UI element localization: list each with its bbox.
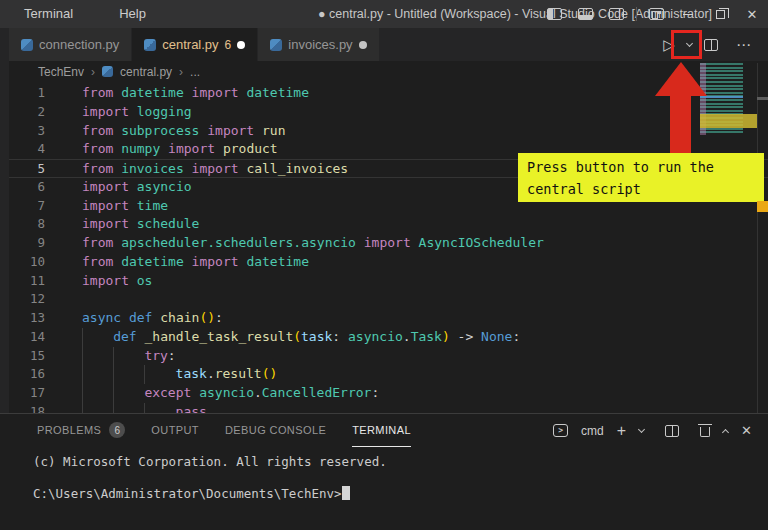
split-editor-icon[interactable] [704, 39, 718, 51]
maximize-panel-icon[interactable] [722, 428, 729, 435]
code-token: except [144, 384, 199, 403]
gutter-gap [45, 197, 82, 216]
gutter-gap [45, 234, 82, 253]
menu-terminal[interactable]: Terminal [16, 0, 81, 28]
menu-help[interactable]: Help [111, 0, 154, 28]
line-number: 2 [9, 103, 45, 122]
gutter-gap [45, 403, 82, 413]
modified-dot-icon[interactable] [237, 41, 245, 49]
code-token: ( [293, 328, 301, 347]
code-token: from [82, 122, 121, 141]
customize-layout-icon[interactable] [649, 8, 664, 20]
code-line: 11import os [9, 272, 768, 291]
code-token: logging [137, 103, 192, 122]
toggle-panel-icon[interactable] [578, 8, 593, 20]
gutter-gap [45, 272, 82, 291]
new-terminal-icon[interactable]: + [617, 422, 626, 440]
gutter-gap [45, 140, 82, 159]
tab-label: central.py [162, 37, 218, 52]
code-token: chain [160, 309, 199, 328]
terminal-output[interactable]: (c) Microsoft Corporation. All rights re… [0, 447, 768, 502]
gutter-gap [45, 253, 82, 272]
tab-central.py[interactable]: central.py6 [132, 28, 258, 61]
toggle-sidebar-icon[interactable] [547, 8, 562, 20]
code-token: asyncio [348, 328, 403, 347]
panel-tab-label: PROBLEMS [37, 424, 101, 436]
line-number: 5 [9, 160, 45, 177]
breadcrumb-separator-icon: › [179, 65, 183, 79]
code-token: ) [442, 328, 450, 347]
bottom-panel: PROBLEMS6OUTPUTDEBUG CONSOLETERMINAL > c… [0, 413, 768, 530]
minimap-detail [700, 96, 743, 98]
breadcrumb-root[interactable]: TechEnv [38, 65, 84, 79]
kill-terminal-icon[interactable] [700, 427, 710, 437]
panel-tab-debug-console[interactable]: DEBUG CONSOLE [225, 414, 326, 447]
gutter-gap [45, 122, 82, 141]
run-button[interactable]: ▷ [655, 32, 683, 58]
close-panel-icon[interactable]: ✕ [741, 423, 752, 438]
line-number: 3 [9, 122, 45, 141]
tab-connection.py[interactable]: connection.py [9, 28, 132, 61]
code-token: import [364, 234, 419, 253]
minimize-icon [683, 14, 693, 15]
minimize-button[interactable] [672, 0, 704, 28]
terminal-line: (c) Microsoft Corporation. All rights re… [33, 454, 768, 470]
minimap[interactable] [700, 63, 743, 135]
terminal-icon: > [553, 424, 568, 437]
terminal-line [33, 470, 768, 486]
code-editor[interactable]: 1from datetime import datetime2import lo… [9, 82, 768, 413]
gutter-gap [45, 328, 82, 347]
scrollbar[interactable] [757, 63, 758, 413]
code-token: . [207, 365, 215, 384]
panel-tab-label: TERMINAL [352, 424, 411, 436]
panel-tab-problems[interactable]: PROBLEMS6 [37, 414, 125, 447]
indent-guide [82, 403, 113, 413]
code-token: import [82, 272, 137, 291]
code-token: : [168, 347, 176, 366]
more-actions-icon[interactable]: ⋯ [730, 36, 758, 54]
line-number: 7 [9, 197, 45, 216]
gutter-gap [45, 160, 82, 177]
breadcrumb: TechEnv › central.py › ... [9, 61, 768, 82]
code-token: : [371, 384, 379, 403]
code-line: 15try: [9, 347, 768, 366]
code-token: asyncio [137, 178, 192, 197]
modified-dot-icon[interactable] [359, 41, 367, 49]
line-number: 12 [9, 290, 45, 309]
indent-guide [113, 403, 144, 413]
code-line: 5from invoices import call_invoices [9, 159, 768, 178]
toggle-secondary-sidebar-icon[interactable] [609, 8, 624, 20]
code-line: 18pass [9, 403, 768, 413]
indent-guide [144, 365, 175, 384]
panel-tab-output[interactable]: OUTPUT [151, 414, 199, 447]
line-number: 16 [9, 365, 45, 384]
run-dropdown-chevron-icon[interactable] [686, 39, 693, 46]
code-token: : [512, 328, 520, 347]
panel-tab-terminal[interactable]: TERMINAL [352, 414, 411, 447]
python-file-icon [144, 39, 156, 51]
code-token: AsyncIOScheduler [419, 234, 544, 253]
code-token: : [332, 328, 348, 347]
code-token: invoices [121, 160, 191, 177]
code-line: 1from datetime import datetime [9, 84, 768, 103]
code-token: from [82, 140, 121, 159]
code-line: 8import schedule [9, 215, 768, 234]
vscode-window: Terminal Help ● central.py - Untitled (W… [0, 0, 768, 530]
terminal-dropdown-chevron-icon[interactable] [638, 425, 645, 432]
code-token: from [82, 234, 121, 253]
minimap-highlight-band [700, 114, 757, 128]
code-token: from [82, 253, 121, 272]
close-window-button[interactable]: ✕ [736, 0, 768, 28]
code-line: 4from numpy import product [9, 140, 768, 159]
breadcrumb-symbol[interactable]: ... [190, 65, 200, 79]
code-line: 7import time [9, 197, 768, 216]
code-token: product [223, 140, 278, 159]
breadcrumb-file[interactable]: central.py [120, 65, 172, 79]
code-token: numpy [121, 140, 168, 159]
tab-invoices.py[interactable]: invoices.py [258, 28, 379, 61]
editor-actions: ▷ ⋯ [655, 28, 768, 61]
shell-label[interactable]: cmd [581, 424, 604, 438]
split-terminal-icon[interactable] [665, 425, 679, 437]
restore-button[interactable] [704, 0, 736, 28]
code-token: () [262, 365, 278, 384]
